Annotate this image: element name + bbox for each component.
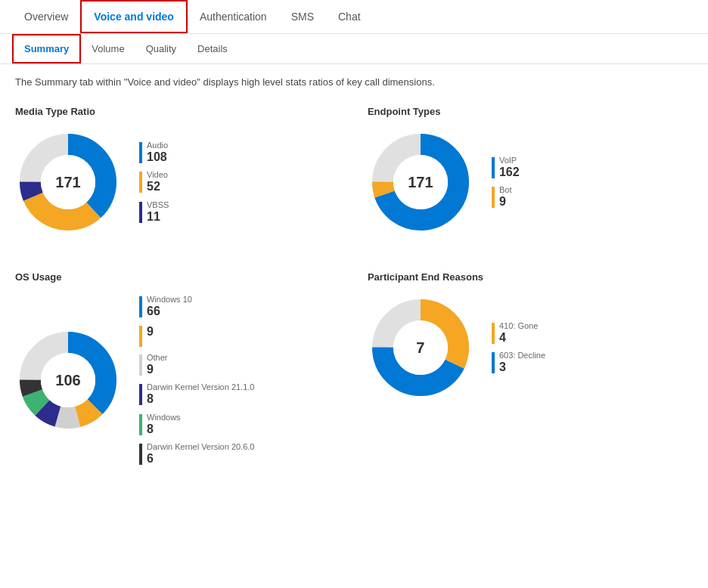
os-usage-donut: 106: [15, 327, 121, 433]
top-navigation: Overview Voice and video Authentication …: [0, 0, 708, 34]
legend-other-bar: [139, 354, 142, 376]
legend-win10-text: Windows 10 66: [147, 295, 192, 318]
legend-vbss-bar: [139, 202, 142, 223]
legend-bot-text: Bot 9: [499, 185, 512, 209]
legend-windows-text: Windows 8: [147, 413, 181, 436]
os-usage-chart: 106 Windows 10 66 9: [15, 295, 340, 466]
legend-darwin20-text: Darwin Kernel Version 20.6.0 6: [147, 442, 254, 466]
legend-video-value: 52: [147, 179, 168, 193]
media-type-ratio-chart: 171 Audio 108 Video 52: [15, 129, 340, 235]
main-content: The Summary tab within "Voice and video"…: [0, 64, 708, 514]
endpoint-types-total: 171: [408, 174, 433, 191]
legend-windows: Windows 8: [139, 413, 254, 436]
legend-darwin21-label: Darwin Kernel Version 21.1.0: [147, 382, 254, 391]
media-type-ratio-title: Media Type Ratio: [15, 106, 340, 117]
subnav-details[interactable]: Details: [187, 36, 238, 62]
legend-win10: Windows 10 66: [139, 295, 254, 318]
participant-end-legend: 410: Gone 4 603: Decline 3: [492, 321, 545, 374]
media-type-legend: Audio 108 Video 52 VBS: [139, 141, 169, 224]
nav-overview[interactable]: Overview: [12, 2, 80, 32]
legend-video-text: Video 52: [147, 170, 168, 193]
participant-end-reasons-section: Participant End Reasons 7: [368, 271, 693, 466]
legend-bot-bar: [492, 187, 495, 208]
legend-410: 410: Gone 4: [492, 321, 545, 345]
legend-vbss-label: VBSS: [147, 200, 169, 209]
legend-darwin21-value: 8: [147, 391, 254, 406]
legend-603-value: 3: [499, 360, 545, 374]
endpoint-types-section: Endpoint Types 171: [368, 106, 693, 235]
legend-410-bar: [492, 323, 495, 344]
legend-603-text: 603: Decline 3: [499, 351, 545, 374]
legend-audio-text: Audio 108: [147, 141, 168, 164]
legend-bot: Bot 9: [492, 185, 520, 209]
charts-row-1: Media Type Ratio 171: [15, 106, 693, 235]
legend-darwin20-label: Darwin Kernel Version 20.6.0: [147, 442, 254, 451]
legend-410-value: 4: [499, 330, 538, 345]
legend-voip-value: 162: [499, 165, 520, 179]
legend-darwin21: Darwin Kernel Version 21.1.0 8: [139, 382, 254, 406]
legend-darwin21-bar: [139, 384, 142, 405]
legend-audio-bar: [139, 142, 142, 163]
legend-darwin20-value: 6: [147, 451, 254, 466]
legend-bot-value: 9: [499, 194, 512, 209]
legend-vbss-value: 11: [147, 209, 169, 224]
sub-navigation: Summary Volume Quality Details: [0, 34, 708, 64]
endpoint-types-chart: 171 VoIP 162 Bot 9: [368, 129, 693, 235]
legend-darwin20-bar: [139, 444, 142, 465]
endpoint-types-donut: 171: [368, 129, 474, 235]
legend-win10-label: Windows 10: [147, 295, 192, 304]
legend-video-label: Video: [147, 170, 168, 179]
legend-os-orange-bar: [139, 326, 142, 347]
legend-os-orange-text: 9: [147, 324, 154, 339]
media-type-ratio-section: Media Type Ratio 171: [15, 106, 340, 235]
legend-410-text: 410: Gone 4: [499, 321, 538, 345]
endpoint-types-legend: VoIP 162 Bot 9: [492, 156, 520, 209]
legend-video-bar: [139, 172, 142, 193]
legend-win10-value: 66: [147, 304, 192, 318]
nav-sms[interactable]: SMS: [279, 2, 326, 32]
legend-other: Other 9: [139, 353, 254, 376]
legend-bot-label: Bot: [499, 185, 512, 194]
legend-vbss-text: VBSS 11: [147, 200, 169, 224]
legend-audio: Audio 108: [139, 141, 169, 164]
legend-voip-text: VoIP 162: [499, 156, 520, 179]
legend-voip-label: VoIP: [499, 156, 520, 165]
legend-vbss: VBSS 11: [139, 200, 169, 224]
nav-chat[interactable]: Chat: [326, 2, 373, 32]
participant-end-reasons-title: Participant End Reasons: [368, 271, 693, 283]
legend-os-orange: 9: [139, 324, 254, 347]
subnav-volume[interactable]: Volume: [81, 36, 135, 62]
legend-voip: VoIP 162: [492, 156, 520, 179]
nav-voice-and-video[interactable]: Voice and video: [80, 0, 188, 33]
legend-other-label: Other: [147, 353, 168, 362]
legend-video: Video 52: [139, 170, 169, 193]
media-type-total: 171: [55, 174, 80, 191]
nav-authentication[interactable]: Authentication: [188, 2, 279, 32]
legend-win10-bar: [139, 296, 142, 317]
legend-windows-label: Windows: [147, 413, 181, 422]
os-usage-title: OS Usage: [15, 271, 340, 283]
legend-603-label: 603: Decline: [499, 351, 545, 360]
media-type-donut: 171: [15, 129, 121, 235]
participant-end-total: 7: [416, 339, 424, 357]
legend-audio-value: 108: [147, 150, 168, 164]
legend-603: 603: Decline 3: [492, 351, 545, 374]
legend-os-orange-value: 9: [147, 324, 154, 339]
os-usage-legend: Windows 10 66 9 Other: [139, 295, 254, 466]
page-description: The Summary tab within "Voice and video"…: [15, 76, 693, 88]
legend-windows-value: 8: [147, 422, 181, 436]
participant-end-donut: 7: [368, 295, 474, 401]
legend-other-value: 9: [147, 362, 168, 376]
legend-darwin21-text: Darwin Kernel Version 21.1.0 8: [147, 382, 254, 406]
legend-410-label: 410: Gone: [499, 321, 538, 330]
legend-audio-label: Audio: [147, 141, 168, 150]
subnav-summary[interactable]: Summary: [12, 34, 81, 63]
legend-voip-bar: [492, 157, 495, 178]
endpoint-types-title: Endpoint Types: [368, 106, 693, 117]
legend-603-bar: [492, 352, 495, 373]
os-usage-section: OS Usage: [15, 271, 340, 466]
os-usage-total: 106: [55, 371, 80, 388]
charts-row-2: OS Usage: [15, 271, 693, 466]
legend-darwin20: Darwin Kernel Version 20.6.0 6: [139, 442, 254, 466]
subnav-quality[interactable]: Quality: [135, 36, 187, 62]
